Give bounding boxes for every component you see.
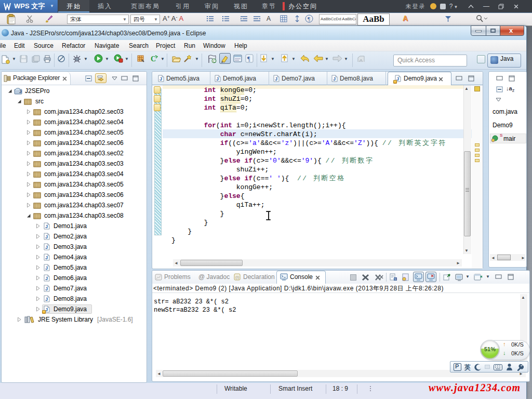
svg-text:J: J [333, 76, 336, 82]
svg-text:J: J [19, 89, 21, 94]
svg-text:J: J [216, 76, 219, 82]
svg-text:C: C [213, 59, 216, 63]
svg-text:J: J [45, 286, 48, 291]
svg-text:J: J [45, 255, 48, 260]
svg-text:J: J [45, 297, 48, 302]
svg-text:J: J [275, 76, 277, 82]
svg-text:C: C [151, 55, 156, 63]
svg-text:J: J [45, 245, 48, 250]
svg-text:(i): (i) [235, 275, 239, 280]
svg-text:¶: ¶ [308, 16, 310, 22]
svg-text:J: J [45, 265, 48, 271]
svg-text:J: J [159, 76, 162, 82]
svg-text:J: J [45, 234, 48, 240]
svg-text:J: J [45, 276, 48, 281]
svg-text:J: J [45, 224, 48, 229]
svg-text:¶: ¶ [247, 55, 250, 62]
svg-text:N: N [394, 277, 396, 281]
